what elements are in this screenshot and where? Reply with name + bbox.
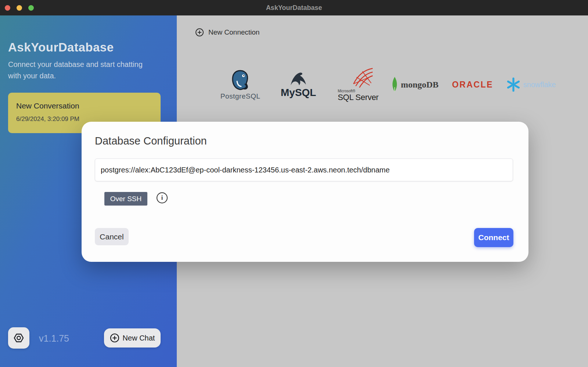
connect-button[interactable]: Connect — [474, 228, 513, 247]
database-option-sqlserver[interactable]: Microsoft® SQL Server — [327, 67, 386, 102]
new-connection-label: New Connection — [208, 28, 259, 36]
plus-circle-icon — [110, 333, 119, 343]
mysql-dolphin-icon — [288, 71, 308, 88]
database-option-postgresql[interactable]: PostgreSQL — [211, 69, 269, 100]
snowflake-icon — [506, 77, 521, 92]
window-title: AskYourDatabase — [0, 0, 588, 15]
new-chat-button[interactable]: New Chat — [104, 328, 161, 348]
app-title: AskYourDatabase — [8, 40, 114, 54]
over-ssh-button[interactable]: Over SSH — [104, 192, 147, 206]
cancel-button[interactable]: Cancel — [95, 228, 129, 245]
postgresql-elephant-icon — [229, 69, 252, 92]
mysql-label: MySQL — [281, 87, 316, 99]
info-glyph: i — [161, 195, 163, 201]
database-configuration-modal: Database Configuration Over SSH i Cancel… — [82, 122, 528, 262]
new-connection-button[interactable]: New Connection — [195, 28, 259, 37]
connect-label: Connect — [478, 233, 509, 242]
mongodb-leaf-icon — [391, 76, 399, 93]
sqlserver-burst-icon — [351, 67, 374, 88]
database-option-oracle[interactable]: ORACLE — [444, 80, 502, 90]
cancel-label: Cancel — [100, 232, 123, 241]
modal-title: Database Configuration — [95, 135, 207, 147]
connection-string-input[interactable] — [95, 158, 513, 181]
mongodb-label: mongoDB — [401, 80, 439, 90]
postgresql-label: PostgreSQL — [220, 92, 261, 100]
info-icon[interactable]: i — [157, 192, 168, 203]
settings-button[interactable] — [8, 327, 29, 349]
plus-circle-icon — [195, 28, 204, 37]
database-logo-row: PostgreSQL MySQL — [211, 59, 560, 110]
app-version: v1.1.75 — [39, 333, 69, 344]
database-option-snowflake[interactable]: snowflake — [502, 77, 560, 92]
database-option-mongodb[interactable]: mongoDB — [386, 76, 444, 93]
over-ssh-label: Over SSH — [110, 195, 142, 203]
database-option-mysql[interactable]: MySQL — [269, 71, 327, 99]
sqlserver-label: SQL Server — [338, 93, 379, 102]
conversation-title: New Conversation — [16, 101, 79, 110]
snowflake-label: snowflake — [523, 81, 556, 89]
conversation-timestamp: 6/29/2024, 3:20:09 PM — [16, 115, 79, 123]
gear-icon — [13, 332, 25, 344]
app-subtitle: Connect your database and start chatting… — [8, 59, 155, 82]
window-titlebar: AskYourDatabase — [0, 0, 588, 15]
new-chat-label: New Chat — [123, 334, 155, 342]
oracle-label: ORACLE — [452, 80, 493, 90]
